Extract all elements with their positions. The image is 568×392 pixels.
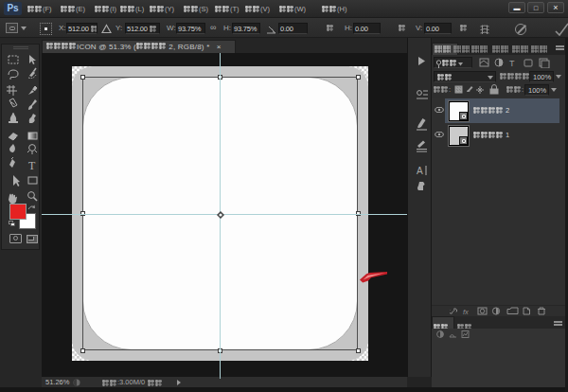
svg-text:A: A xyxy=(417,166,423,176)
svg-text:fx: fx xyxy=(463,308,469,316)
svg-text:T: T xyxy=(28,159,36,172)
svg-text:T: T xyxy=(509,59,515,68)
